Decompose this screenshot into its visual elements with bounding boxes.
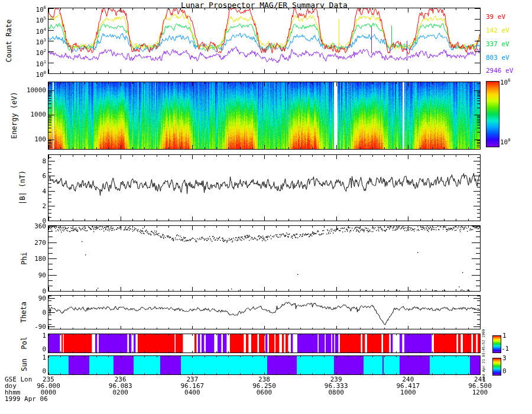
colorbar-label: 100	[500, 137, 510, 146]
x-tick-label: 96.417	[396, 382, 420, 390]
x-tick-label: 0800	[328, 389, 344, 396]
x-tick-label: 1200	[472, 389, 488, 396]
bmag-panel	[48, 154, 481, 221]
sun-colorbar-label: 3	[502, 354, 507, 362]
x-tick-label: 0000	[41, 389, 57, 396]
pol-colorbar	[492, 335, 501, 353]
phi-canvas	[48, 226, 480, 291]
legend-entry: 142 eV	[486, 27, 510, 34]
spectrogram-colorbar-canvas	[486, 82, 499, 147]
ylabel-bmag: |B| (nT)	[18, 170, 27, 205]
ylabel-pol: Pol	[20, 337, 28, 350]
x-tick-label: 96.083	[109, 382, 132, 390]
y-tick-label: 0	[1, 217, 46, 225]
legend-entry: 2946 eV	[486, 67, 513, 75]
pol-colorbar-canvas	[493, 336, 501, 352]
y-tick-label: 106	[1, 4, 46, 14]
spectrogram-canvas	[48, 82, 480, 149]
theta-panel	[48, 295, 481, 329]
count-rate-panel	[48, 8, 481, 74]
sun-colorbar-label: 0	[502, 367, 507, 375]
x-tick-label: 236	[115, 376, 126, 383]
x-axis-date: 1999 Apr 06	[5, 395, 48, 403]
bmag-canvas	[48, 155, 480, 221]
y-tick-label: 90	[1, 271, 46, 279]
energy-spectrogram-panel	[48, 82, 481, 150]
count-rate-canvas	[48, 8, 480, 73]
x-tick-label: 0400	[184, 389, 200, 396]
ylabel-count-rate: Count Rate	[5, 20, 13, 62]
y-tick-label: 0	[1, 287, 46, 295]
x-tick-label: 237	[186, 376, 198, 383]
y-tick-label: -90	[1, 323, 46, 331]
x-tick-label: 96.333	[325, 382, 348, 390]
x-tick-label: 0600	[257, 389, 273, 396]
x-axis-row-label: doy	[5, 382, 17, 390]
y-tick-label: 270	[1, 239, 46, 247]
sun-panel	[48, 355, 481, 375]
ylabel-sun: Sun	[20, 358, 28, 371]
x-tick-label: 238	[258, 376, 270, 383]
x-tick-label: 239	[330, 376, 342, 383]
y-tick-label: 360	[1, 222, 46, 230]
sun-canvas	[48, 356, 480, 374]
y-tick-label: 1000	[1, 111, 46, 118]
pol-colorbar-label: -1	[501, 345, 509, 352]
ylabel-energy: Energy (eV)	[10, 92, 18, 138]
figure-container: Lunar Prospector MAG/ER Summary Data Cou…	[0, 0, 532, 414]
sun-colorbar	[492, 358, 501, 376]
x-tick-label: 96.500	[468, 382, 492, 390]
x-tick-label: 96.167	[180, 382, 204, 390]
phi-panel	[48, 225, 481, 292]
ylabel-theta: Theta	[20, 302, 28, 323]
y-tick-label: 100	[1, 69, 46, 79]
pol-colorbar-label: 1	[502, 332, 507, 339]
y-tick-label: 10000	[1, 86, 46, 94]
x-tick-label: 96.000	[37, 382, 60, 390]
legend-entry: 337 eV	[486, 40, 510, 48]
x-tick-label: 1000	[400, 389, 416, 396]
y-tick-label: 100	[1, 135, 46, 143]
ylabel-phi: Phi	[20, 252, 28, 265]
x-axis-row-label: hhmm	[5, 389, 21, 396]
colorbar-label: 106	[500, 77, 510, 86]
x-tick-label: 235	[43, 376, 54, 383]
x-tick-label: 240	[402, 376, 414, 383]
pol-canvas	[48, 334, 480, 352]
theta-canvas	[48, 296, 480, 329]
spectrogram-colorbar	[486, 81, 499, 147]
x-tick-label: 0200	[112, 389, 128, 396]
sun-colorbar-canvas	[493, 358, 501, 375]
pol-panel	[48, 334, 481, 353]
legend-entry: 39 eV	[486, 13, 505, 21]
legend-entry: 803 eV	[486, 54, 510, 62]
y-tick-label: 8	[1, 157, 46, 165]
x-tick-label: 96.250	[252, 382, 276, 390]
plot-timestamp: Wed Apr 21 03:45:52 1999	[481, 329, 485, 381]
x-axis-row-label: GSE Lon	[5, 376, 32, 383]
